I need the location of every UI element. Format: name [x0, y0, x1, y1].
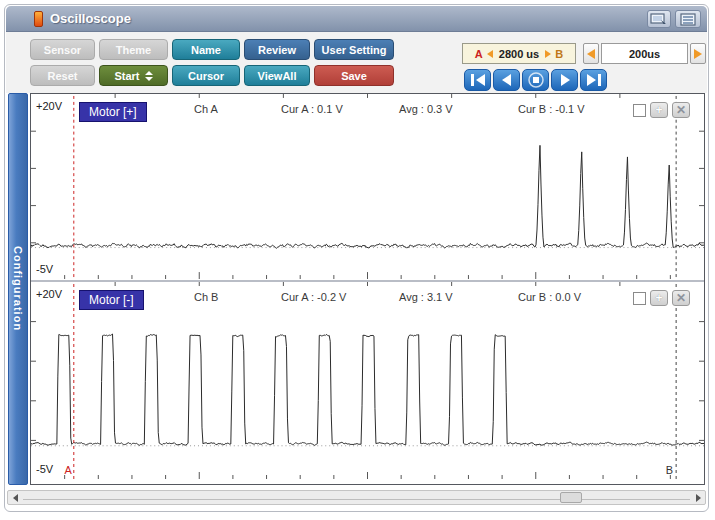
save-label: Save [341, 70, 367, 82]
zoom-in-button[interactable]: + [650, 102, 668, 118]
horizontal-scrollbar[interactable] [7, 490, 706, 505]
cursor-a-readout: Cur A : -0.2 V [281, 291, 346, 303]
review-label: Review [258, 44, 296, 56]
save-button[interactable]: Save [314, 65, 394, 86]
timebase-value[interactable]: 200us [601, 43, 688, 64]
app-icon [34, 11, 43, 27]
toolbar-row-1: SensorThemeNameReviewUser Setting [30, 39, 394, 60]
channel-a-checkbox[interactable] [633, 104, 646, 117]
sensor-button[interactable]: Sensor [30, 39, 95, 60]
cursor-a-label: A [475, 48, 483, 60]
channel-b-waveform: AB [31, 282, 704, 480]
arrow-left-icon [487, 50, 493, 58]
chart-panels: +20V Motor [+] Ch A Cur A : 0.1 V Avg : … [30, 93, 705, 485]
cursor-b-readout: Cur B : -0.1 V [518, 103, 585, 115]
capture-window-button[interactable] [647, 10, 671, 28]
skip-end-button[interactable] [580, 69, 607, 91]
reset-label: Reset [48, 70, 78, 82]
titlebar: Oscilloscope [6, 6, 707, 32]
v-min-label: -5V [36, 263, 53, 275]
scroll-right-icon[interactable] [691, 491, 705, 504]
reset-button[interactable]: Reset [30, 65, 95, 86]
arrow-right-icon [545, 50, 551, 58]
toolbar-row-2: ResetStartCursorViewAllSave [30, 65, 394, 86]
configuration-tab[interactable]: Configuration [8, 93, 28, 485]
timebase-increase-button[interactable] [690, 43, 706, 64]
viewall-label: ViewAll [258, 70, 297, 82]
v-max-label: +20V [36, 100, 62, 112]
panel-controls: + ✕ [633, 102, 690, 118]
channel-a-panel: +20V Motor [+] Ch A Cur A : 0.1 V Avg : … [31, 94, 704, 282]
cursor-range-value: 2800 us [499, 48, 539, 60]
channel-name: Ch A [194, 103, 218, 115]
stacked-panels-icon [680, 13, 696, 26]
cursor-b-readout: Cur B : 0.0 V [518, 291, 581, 303]
app-window: Oscilloscope SensorThemeNameReviewUser S… [4, 4, 709, 512]
arrow-left-icon [587, 49, 595, 59]
start-button[interactable]: Start [99, 65, 168, 86]
sensor-label: Sensor [44, 44, 81, 56]
channel-name: Ch B [194, 291, 218, 303]
theme-button[interactable]: Theme [99, 39, 168, 60]
chart-zone: Configuration +20V Motor [+] Ch A Cur A … [6, 93, 707, 485]
v-max-label: +20V [36, 288, 62, 300]
theme-label: Theme [116, 44, 151, 56]
cursor-label: Cursor [188, 70, 224, 82]
name-button[interactable]: Name [172, 39, 240, 60]
skip-start-icon [466, 70, 490, 90]
user-setting-button[interactable]: User Setting [314, 39, 394, 60]
average-readout: Avg : 0.3 V [399, 103, 453, 115]
zoom-in-button[interactable]: + [650, 290, 668, 306]
cursor-button[interactable]: Cursor [172, 65, 240, 86]
average-readout: Avg : 3.1 V [399, 291, 453, 303]
svg-text:B: B [666, 464, 673, 476]
cursor-range-box[interactable]: A 2800 us B [462, 43, 576, 64]
svg-text:A: A [65, 464, 73, 476]
scrollbar-track[interactable] [23, 499, 690, 500]
arrow-right-icon [694, 49, 702, 59]
cursor-a-readout: Cur A : 0.1 V [281, 103, 343, 115]
timebase-decrease-button[interactable] [583, 43, 599, 64]
channel-b-badge[interactable]: Motor [-] [79, 290, 144, 310]
name-label: Name [191, 44, 221, 56]
channel-b-checkbox[interactable] [633, 292, 646, 305]
cursor-b-label: B [555, 48, 563, 60]
user-setting-label: User Setting [322, 44, 387, 56]
step-back-icon [495, 70, 519, 90]
channel-a-badge[interactable]: Motor [+] [79, 102, 147, 122]
viewall-button[interactable]: ViewAll [244, 65, 310, 86]
channel-b-panel: AB +20V Motor [-] Ch B Cur A : -0.2 V Av… [31, 282, 704, 480]
stop-icon [524, 70, 548, 90]
start-label: Start [114, 70, 139, 82]
close-panel-button[interactable]: ✕ [672, 290, 690, 306]
layout-button[interactable] [675, 10, 701, 28]
step-forward-button[interactable] [551, 69, 578, 91]
review-button[interactable]: Review [244, 39, 310, 60]
step-back-button[interactable] [493, 69, 520, 91]
playback-controls [464, 69, 607, 91]
close-panel-button[interactable]: ✕ [672, 102, 690, 118]
v-min-label: -5V [36, 463, 53, 475]
toolbar: SensorThemeNameReviewUser Setting ResetS… [6, 32, 707, 93]
step-forward-icon [553, 70, 577, 90]
screen-export-icon [650, 13, 668, 26]
panel-controls: + ✕ [633, 290, 690, 306]
stop-button[interactable] [522, 69, 549, 91]
spinner-icon [145, 71, 153, 81]
configuration-tab-label: Configuration [12, 246, 24, 331]
skip-end-icon [582, 70, 606, 90]
scroll-left-icon[interactable] [8, 491, 22, 504]
window-title: Oscilloscope [50, 11, 131, 26]
scrollbar-thumb[interactable] [560, 492, 582, 503]
skip-start-button[interactable] [464, 69, 491, 91]
